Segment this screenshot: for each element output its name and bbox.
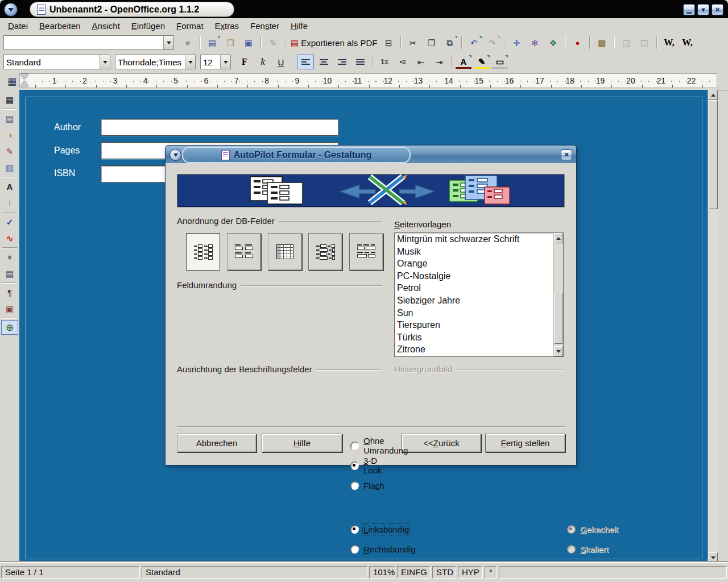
toolbar-separator[interactable] <box>2 282 17 283</box>
bold-button[interactable]: F <box>236 55 253 69</box>
list-scrollbar-thumb[interactable] <box>554 293 562 344</box>
toolbar-separator[interactable] <box>451 56 452 68</box>
radio-icon[interactable] <box>350 481 359 490</box>
menu-format[interactable]: Format <box>171 20 209 32</box>
list-item[interactable]: Orange <box>395 257 553 270</box>
scroll-down-button[interactable] <box>709 552 718 563</box>
copy-icon[interactable]: ❐ <box>423 35 440 50</box>
toolbar-separator[interactable] <box>656 36 657 49</box>
list-item[interactable]: Siebziger Jahre <box>395 294 553 307</box>
radio-icon[interactable] <box>350 462 359 470</box>
font-name-combobox[interactable] <box>115 55 196 69</box>
url-dropdown-button[interactable] <box>163 36 173 49</box>
toolbar-separator[interactable] <box>2 177 17 177</box>
form-input-author[interactable] <box>101 119 338 136</box>
toolbar-separator[interactable] <box>285 36 286 49</box>
status-hyperlink-mode[interactable]: HYP <box>458 566 483 579</box>
toolbar-separator[interactable] <box>589 36 590 49</box>
scroll-up-button[interactable] <box>709 90 718 100</box>
menu-ansicht[interactable]: Ansicht <box>86 20 126 32</box>
toolbar-separator[interactable] <box>2 212 17 213</box>
online-layout-icon[interactable]: ⊕ <box>1 320 18 335</box>
draw-functions-icon[interactable]: ✎ <box>1 144 18 159</box>
toolbar-separator[interactable] <box>2 318 17 318</box>
italic-button[interactable]: k <box>254 55 271 69</box>
highlight-button[interactable]: ✎ <box>473 55 490 69</box>
toolbar-separator[interactable] <box>504 36 504 49</box>
list-item[interactable]: Petrol <box>395 282 553 294</box>
gallery-icon[interactable]: ▩ <box>593 35 610 50</box>
redo-icon[interactable]: ↷ <box>483 35 500 50</box>
align-left-button[interactable] <box>297 55 314 69</box>
toolbar-separator[interactable] <box>614 36 614 49</box>
radio-flach[interactable]: Flach <box>350 480 384 490</box>
insert-object-icon[interactable]: ◑ <box>1 127 18 142</box>
radio-linksbuendig[interactable]: Linksbündig <box>350 524 409 534</box>
radio-3d-look[interactable]: 3-D Look <box>350 460 382 471</box>
list-item[interactable]: Türkis <box>395 331 553 344</box>
menu-extras[interactable]: Extras <box>209 20 245 32</box>
save-icon[interactable]: ▣ <box>240 35 257 50</box>
menu-datei[interactable]: Datei <box>2 20 34 32</box>
bullets-button[interactable]: •≡ <box>394 55 411 69</box>
list-item[interactable]: Tierspuren <box>395 319 553 331</box>
maximize-button[interactable]: ▼ <box>697 4 709 15</box>
toolbar-separator[interactable] <box>293 56 293 68</box>
autotext-icon[interactable]: W, <box>660 35 677 50</box>
font-size-input[interactable] <box>201 55 220 69</box>
edit-file-icon[interactable]: ✎ <box>264 35 282 50</box>
export-pdf-button[interactable]: ▤Exportieren als PDF <box>289 35 379 50</box>
list-scroll-up-button[interactable] <box>554 233 562 243</box>
radio-rechtsbuendig[interactable]: Rechtsbündig <box>350 544 416 554</box>
underline-button[interactable]: U <box>272 55 289 69</box>
hyperlink-icon[interactable]: ❖ <box>544 35 561 50</box>
list-item[interactable]: PC-Nostalgie <box>395 270 553 282</box>
style-dropdown-button[interactable] <box>100 55 110 69</box>
font-name-input[interactable] <box>115 55 185 69</box>
list-item[interactable]: Mintgrün mit schwarzer Schrift <box>395 233 553 246</box>
help-button[interactable]: Hilfe <box>262 434 342 452</box>
url-combobox[interactable] <box>3 35 174 50</box>
toolbar-separator[interactable] <box>200 36 200 49</box>
status-insert-mode[interactable]: EINFG <box>397 566 431 579</box>
stylist-icon[interactable]: ✻ <box>526 35 543 50</box>
back-button[interactable]: << Zurück <box>402 434 481 452</box>
radio-ohne-umrandung[interactable]: Ohne Umrandung <box>350 440 408 451</box>
menu-hilfe[interactable]: Hilfe <box>285 20 313 32</box>
close-button[interactable]: ✕ <box>712 4 723 15</box>
record-changes-icon[interactable]: ● <box>569 35 586 50</box>
word-count-icon[interactable]: W, <box>679 35 696 50</box>
decrease-indent-button[interactable]: ⇤ <box>412 55 429 69</box>
horizontal-ruler[interactable]: 12345678910111213141516171819202122 <box>19 73 717 88</box>
menu-bearbeiten[interactable]: Bearbeiten <box>34 20 86 32</box>
toolbar-separator[interactable] <box>400 36 401 49</box>
radio-icon[interactable] <box>350 525 359 534</box>
graphics-onoff-icon[interactable]: ▣ <box>1 301 18 316</box>
size-dropdown-button[interactable] <box>220 55 230 69</box>
vertical-scrollbar[interactable] <box>708 90 718 563</box>
insert-frame-icon[interactable]: ▤ <box>1 111 18 126</box>
menu-fenster[interactable]: Fenster <box>245 20 285 32</box>
direct-cursor-icon[interactable]: I <box>1 196 18 210</box>
increase-indent-button[interactable]: ⇥ <box>431 55 448 69</box>
status-page-style[interactable]: Standard <box>142 566 367 579</box>
font-size-combobox[interactable] <box>200 55 231 69</box>
autospellcheck-icon[interactable]: ∿ <box>1 231 18 246</box>
align-justify-button[interactable] <box>351 55 369 69</box>
print-icon[interactable]: ⊟ <box>380 35 397 50</box>
paragraph-style-combobox[interactable] <box>3 55 110 69</box>
new-document-icon[interactable]: ▤ <box>204 35 221 50</box>
paragraph-style-input[interactable] <box>4 55 100 69</box>
dialog-titlebar[interactable]: AutoPilot Formular - Gestaltung ✕ <box>166 146 576 163</box>
layout-columns-labels-top-button[interactable] <box>227 233 261 271</box>
navigator-icon[interactable]: ✛ <box>508 35 525 50</box>
stop-icon[interactable]: ● <box>179 35 196 50</box>
nonprinting-characters-icon[interactable]: ¶ <box>1 285 18 300</box>
spellcheck-icon[interactable]: ✓ <box>1 214 18 229</box>
status-zoom[interactable]: 101% <box>369 566 395 579</box>
minimize-button[interactable]: ▁ <box>683 4 695 15</box>
cut-icon[interactable]: ✂ <box>404 35 421 50</box>
background-color-button[interactable]: ▭ <box>491 55 508 69</box>
list-item[interactable]: Sun <box>395 307 553 319</box>
dialog-menu-button[interactable] <box>169 149 181 161</box>
